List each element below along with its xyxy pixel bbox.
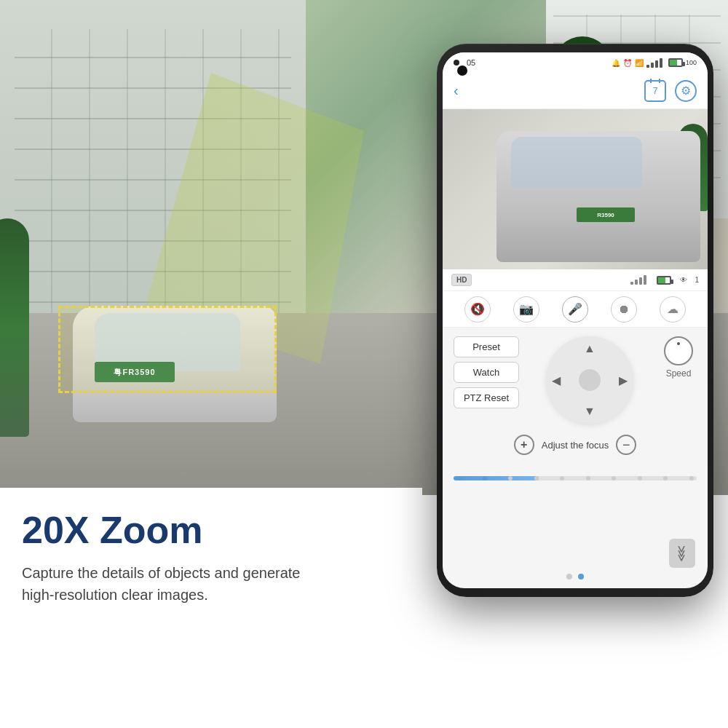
focus-row: Adjust the focus [454,431,697,459]
app-top-bar: ‹ 7 ⚙ [443,73,708,109]
feed-license-plate: R3590 [577,207,635,222]
gear-symbol: ⚙ [681,84,691,98]
signal-bar-3 [655,60,658,68]
zoom-dots [454,476,697,480]
focus-label: Adjust the focus [542,440,609,451]
top-icons: 7 ⚙ [644,80,697,102]
hd-battery [657,276,671,285]
record-button[interactable]: ⏺ [611,296,637,323]
speed-knob[interactable] [664,336,693,365]
mute-button[interactable]: 🔇 [464,296,491,323]
page-dots [566,574,584,579]
hd-bar: HD 👁 1 [443,269,708,291]
hd-signal [630,275,646,285]
license-plate-main: 粤FR3590 [95,362,175,382]
zoom-dot-10 [689,476,694,480]
phone-body: 05 🔔 ⏰ 📶 100 [437,44,713,597]
status-right: 🔔 ⏰ 📶 100 [612,58,697,68]
dpad-right-button[interactable]: ▶ [619,373,628,387]
battery-icon [668,58,683,67]
zoom-dot-2 [483,476,487,480]
zoom-dot-4 [534,476,539,480]
alarm-icon: ⏰ [623,59,632,67]
dpad-up-button[interactable]: ▲ [584,342,596,355]
bottom-section: 20X Zoom Capture the details of objects … [0,488,422,728]
ptz-area: Preset Watch PTZ Reset ▲ ▼ ◀ ▶ [443,328,708,467]
expand-button[interactable]: ⋙ [669,539,695,568]
speed-control: Speed [660,336,697,379]
signal-bar-4 [660,58,662,68]
dpad-center [579,369,601,391]
zoom-description: Capture the details of objects and gener… [22,562,357,606]
ptz-reset-button[interactable]: PTZ Reset [454,387,519,408]
zoom-dot-6 [586,476,590,480]
focus-minus-button[interactable] [616,435,636,455]
cloud-button[interactable]: ☁ [660,296,686,323]
zoom-slider-container [454,467,697,489]
phone-screen: 05 🔔 ⏰ 📶 100 [443,52,708,588]
zoom-dot-5 [560,476,564,480]
settings-icon[interactable]: ⚙ [675,80,697,102]
zoom-title: 20X Zoom [22,510,400,551]
preset-button[interactable]: Preset [454,336,519,357]
zoom-dot-8 [638,476,642,480]
zoom-dot-1 [456,476,461,480]
hd-count: 1 [695,276,699,284]
dpad-down-button[interactable]: ▼ [584,405,596,418]
hd-sig-2 [635,280,638,285]
dpad-container: ▲ ▼ ◀ ▶ [528,336,652,424]
hd-battery-fill [658,277,665,283]
preset-buttons-column: Preset Watch PTZ Reset [454,336,519,408]
status-time: 05 [467,58,475,67]
eye-icon: 👁 [680,276,687,284]
page-dot-2[interactable] [578,574,584,579]
page-dot-1[interactable] [566,574,572,579]
directional-pad: ▲ ▼ ◀ ▶ [546,336,633,424]
hd-sig-3 [639,277,642,285]
zoom-dot-3 [508,476,513,480]
wifi-icon: 📶 [635,59,644,67]
phone-mockup: 05 🔔 ⏰ 📶 100 [437,44,713,597]
ptz-row: Preset Watch PTZ Reset ▲ ▼ ◀ ▶ [454,336,697,424]
hd-sig-1 [630,282,633,285]
zoom-track[interactable] [454,476,697,480]
tree-left [0,218,29,437]
camera-punch-hole [457,66,467,76]
watch-button[interactable]: Watch [454,362,519,383]
battery-percent: 100 [686,59,697,66]
control-icons-row: 🔇 📷 🎤 ⏺ ☁ [443,291,708,328]
screenshot-button[interactable]: 📷 [513,296,539,323]
back-button[interactable]: ‹ [454,82,459,99]
calendar-icon[interactable]: 7 [644,80,666,102]
camera-indicator [454,60,459,66]
speed-label: Speed [666,368,692,379]
battery-fill [670,60,677,66]
zoom-dot-9 [663,476,668,480]
chevron-icon: ⋙ [676,545,689,562]
signal-bar-1 [646,65,649,68]
camera-feed: R3590 [443,109,708,269]
calendar-number: 7 [652,85,657,96]
hd-sig-4 [644,275,646,285]
signal-bar-2 [651,63,654,68]
status-bar: 05 🔔 ⏰ 📶 100 [443,52,708,73]
focus-plus-button[interactable] [514,435,534,455]
dpad-left-button[interactable]: ◀ [552,373,561,387]
notification-icon: 🔔 [612,59,620,67]
zoom-dot-7 [612,476,616,480]
hd-badge: HD [451,274,472,286]
microphone-button[interactable]: 🎤 [562,296,588,323]
feed-car: R3590 [496,131,700,262]
signal-bars [646,58,662,68]
